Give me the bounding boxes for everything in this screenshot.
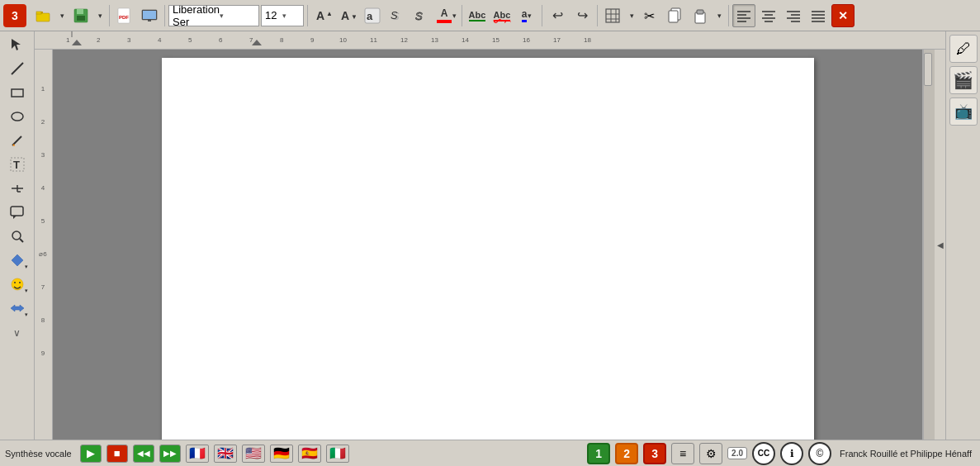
emoji-tool[interactable] xyxy=(4,273,31,296)
more-tools[interactable]: ∨ xyxy=(4,321,31,344)
list-icon: ≡ xyxy=(679,447,686,460)
spellcheck-button[interactable]: Abc xyxy=(466,4,489,27)
font-color-button[interactable]: A ▾ xyxy=(435,4,458,27)
svg-text:12: 12 xyxy=(400,36,408,44)
close-button[interactable]: ✕ xyxy=(831,4,855,27)
svg-text:✂: ✂ xyxy=(644,9,655,23)
justify-button[interactable] xyxy=(807,4,830,27)
slide-panel-icon: 📺 xyxy=(954,102,973,121)
tabstop-tool[interactable] xyxy=(4,177,31,200)
cut-button[interactable]: ✂ xyxy=(639,4,662,27)
monitor-button[interactable] xyxy=(138,4,161,27)
shapes-tool[interactable] xyxy=(4,249,31,272)
ruler-content: 1 2 3 4 5 ⌀6 7 8 9 xyxy=(35,50,945,440)
font-size-select[interactable]: 12 ▾ xyxy=(261,5,304,26)
svg-point-64 xyxy=(19,282,21,283)
us-flag-icon: 🇺🇸 xyxy=(245,445,262,461)
svg-text:6: 6 xyxy=(219,36,223,44)
svg-rect-57 xyxy=(11,207,23,216)
table-dropdown-button[interactable]: ▾ xyxy=(626,4,637,27)
arrows-tool[interactable] xyxy=(4,297,31,320)
flag-es[interactable]: 🇪🇸 xyxy=(298,445,321,463)
gear-icon: ⚙ xyxy=(706,447,717,460)
scroll-thumb[interactable] xyxy=(924,53,932,86)
num3-button[interactable]: 3 xyxy=(643,443,666,464)
num2-button[interactable]: 2 xyxy=(615,443,638,464)
flag-it[interactable]: 🇮🇹 xyxy=(326,445,349,463)
save-dropdown-button[interactable]: ▾ xyxy=(94,4,106,27)
flag-de[interactable]: 🇩🇪 xyxy=(270,445,293,463)
decrease-font-button[interactable]: A▼ xyxy=(336,4,359,27)
redo-button[interactable]: ↪ xyxy=(570,4,594,27)
export-pdf-button[interactable]: PDF xyxy=(113,4,136,27)
svg-text:10: 10 xyxy=(339,36,347,44)
toolbar: 3 ▾ ▾ PDF Liberation Ser ▾ 12 ▾ A▲ A▼ a xyxy=(0,0,980,31)
animation-button[interactable]: 🎬 xyxy=(949,66,978,94)
svg-text:S: S xyxy=(391,9,398,21)
align-left-button[interactable] xyxy=(732,4,755,27)
rectangle-tool[interactable] xyxy=(4,81,31,104)
version-badge: 2.0 xyxy=(727,447,747,459)
properties-button[interactable]: 🖊 xyxy=(949,35,978,63)
statusbar: Synthèse vocale ▶ ■ ◀◀ ▶▶ 🇫🇷 🇬🇧 🇺🇸 🇩🇪 🇪🇸… xyxy=(0,440,980,466)
info-button[interactable]: ℹ xyxy=(780,442,803,465)
outline-text-button[interactable]: S xyxy=(410,4,433,27)
flag-gb[interactable]: 🇬🇧 xyxy=(214,445,237,463)
stop-icon: ■ xyxy=(114,447,121,459)
font-name-select[interactable]: Liberation Ser ▾ xyxy=(168,5,259,26)
settings-button[interactable]: ⚙ xyxy=(699,443,722,464)
magnifier-tool[interactable] xyxy=(4,225,31,248)
svg-rect-67 xyxy=(35,31,945,49)
vertical-scrollbar[interactable] xyxy=(923,50,935,440)
stop-button[interactable]: ■ xyxy=(107,445,128,463)
svg-point-63 xyxy=(14,282,16,283)
play-icon: ▶ xyxy=(87,447,95,459)
svg-text:⌀6: ⌀6 xyxy=(39,250,47,258)
num1-button[interactable]: 1 xyxy=(587,443,610,464)
text-tool[interactable]: T xyxy=(4,153,31,176)
svg-text:2: 2 xyxy=(97,36,101,44)
flag-us[interactable]: 🇺🇸 xyxy=(242,445,265,463)
play-button[interactable]: ▶ xyxy=(80,445,102,463)
pencil-tool[interactable] xyxy=(4,129,31,152)
flag-fr[interactable]: 🇫🇷 xyxy=(186,445,209,463)
document-page[interactable] xyxy=(162,58,814,440)
num1-label: 1 xyxy=(595,447,602,460)
canvas-area[interactable] xyxy=(53,50,922,440)
paste-dropdown-button[interactable]: ▾ xyxy=(713,4,725,27)
spellcheck2-button[interactable]: Abc xyxy=(490,4,514,27)
list-view-button[interactable]: ≡ xyxy=(671,443,694,464)
align-center-button[interactable] xyxy=(757,4,780,27)
forward-icon: ▶▶ xyxy=(163,449,177,458)
right-panel: 🖊 🎬 📺 xyxy=(945,31,980,440)
svg-text:8: 8 xyxy=(280,36,284,44)
open-dropdown-button[interactable]: ▾ xyxy=(56,4,68,27)
left-tools-panel: T ∨ xyxy=(0,31,35,440)
increase-font-button[interactable]: A▲ xyxy=(311,4,334,27)
select-tool[interactable] xyxy=(4,33,31,56)
rewind-button[interactable]: ◀◀ xyxy=(133,445,154,463)
svg-text:1: 1 xyxy=(66,36,70,44)
slide-panel-button[interactable]: 📺 xyxy=(949,97,978,126)
line-tool[interactable] xyxy=(4,57,31,80)
save-button[interactable] xyxy=(69,4,92,27)
open-button[interactable] xyxy=(31,4,54,27)
cc-button[interactable]: CC xyxy=(752,442,775,465)
shadow-text-button[interactable]: SS xyxy=(386,4,409,27)
paste-button[interactable] xyxy=(689,4,712,27)
table-button[interactable] xyxy=(601,4,624,27)
callout-tool[interactable] xyxy=(4,201,31,224)
forward-button[interactable]: ▶▶ xyxy=(159,445,181,463)
copy-button[interactable] xyxy=(664,4,687,27)
undo-button[interactable]: ↩ xyxy=(546,4,569,27)
align-right-button[interactable] xyxy=(782,4,805,27)
text-color2-button[interactable]: a ▾ xyxy=(515,4,538,27)
svg-text:S: S xyxy=(415,10,423,22)
font-a-button[interactable]: a xyxy=(361,4,384,27)
collapse-panel-button[interactable]: ◀ xyxy=(934,50,945,440)
ellipse-tool[interactable] xyxy=(4,105,31,128)
svg-text:A: A xyxy=(341,9,349,22)
svg-text:18: 18 xyxy=(584,36,591,44)
svg-line-47 xyxy=(12,63,23,74)
copyright-button[interactable]: © xyxy=(808,442,831,465)
